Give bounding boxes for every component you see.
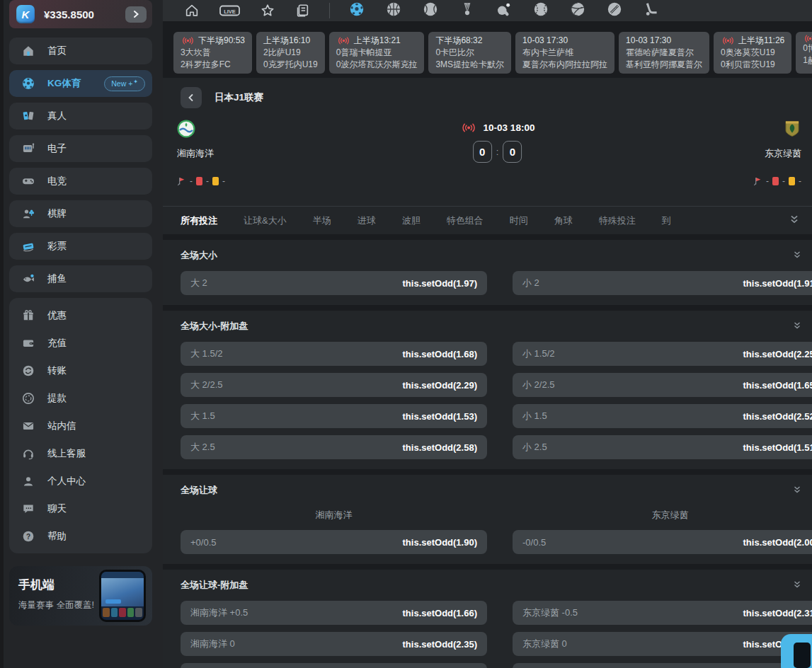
away-score: 0 bbox=[503, 141, 522, 163]
odds-value: this.setOdd(2.58) bbox=[403, 442, 477, 453]
sidebar-item-transfer[interactable]: 转账 bbox=[9, 357, 152, 384]
market-collapse-button[interactable] bbox=[793, 485, 801, 496]
market-tab[interactable]: 让球&大小 bbox=[244, 214, 287, 227]
odds-button[interactable]: 大 2/2.5this.setOdd(2.29) bbox=[181, 373, 487, 397]
match-card-away: 3MS提拉哈卡默尔 bbox=[435, 59, 504, 71]
kg-logo-letter: K bbox=[22, 8, 30, 21]
sidebar-item-soccer[interactable]: KG体育New +✦ bbox=[9, 70, 152, 97]
odds-button[interactable]: 东京绿茵 -0.5this.setOdd(2.31) bbox=[513, 601, 812, 625]
odds-value: this.setOdd(1.53) bbox=[403, 411, 477, 422]
market-tab[interactable]: 特殊投注 bbox=[599, 214, 636, 227]
sidebar-item-label: 充值 bbox=[47, 337, 67, 350]
market-tab[interactable]: 波胆 bbox=[402, 214, 421, 227]
sidebar-item-label: 线上客服 bbox=[47, 447, 86, 460]
home-team-name: 湘南海洋 bbox=[177, 147, 396, 160]
match-card[interactable]: 0博1赫 bbox=[796, 32, 812, 74]
sidebar-item-label: 捕鱼 bbox=[47, 272, 67, 285]
betslip-float-button[interactable] bbox=[781, 634, 812, 668]
sport-basketball-tab[interactable] bbox=[386, 1, 401, 20]
market-grid: 大 2this.setOdd(1.97)小 2this.setOdd(1.91) bbox=[181, 271, 801, 295]
odds-button[interactable]: 大 1.5/2this.setOdd(1.68) bbox=[181, 342, 487, 366]
away-corners: - bbox=[766, 176, 769, 186]
match-card[interactable]: 下半场68:320卡巴比尔3MS提拉哈卡默尔 bbox=[428, 32, 511, 74]
odds-label: +0/0.5 bbox=[190, 537, 217, 548]
market-tab[interactable]: 所有投注 bbox=[181, 214, 217, 227]
topbar-betlist-button[interactable] bbox=[295, 3, 310, 18]
odds-button[interactable]: 东京绿茵 0this.setOdd(1.64) bbox=[513, 632, 812, 656]
sport-tabletennis-tab[interactable] bbox=[496, 1, 512, 20]
sidebar-item-wallet[interactable]: 充值 bbox=[9, 329, 152, 357]
odds-button[interactable]: +0/0.5this.setOdd(1.90) bbox=[181, 530, 487, 554]
odds-button[interactable]: 湘南海洋 -0/0.5this.setOdd(2.75) bbox=[181, 663, 487, 668]
topbar-home-button[interactable] bbox=[184, 3, 200, 18]
market-tab[interactable]: 时间 bbox=[510, 214, 528, 227]
sidebar-item-cards[interactable]: 真人 bbox=[9, 103, 152, 129]
odds-button[interactable]: -0/0.5this.setOdd(2.00) bbox=[513, 530, 812, 554]
balance-expand-button[interactable] bbox=[125, 6, 147, 23]
odds-button[interactable]: 湘南海洋 +0.5this.setOdd(1.66) bbox=[181, 601, 487, 625]
odds-label: 大 1.5/2 bbox=[190, 347, 223, 360]
market-tab[interactable]: 进球 bbox=[358, 214, 376, 227]
sport-volleyball-tab[interactable] bbox=[570, 1, 585, 20]
odds-value: this.setOdd(1.65) bbox=[743, 380, 812, 391]
odds-button[interactable]: 大 2this.setOdd(1.97) bbox=[181, 271, 487, 295]
odds-button[interactable]: 大 2.5this.setOdd(2.58) bbox=[181, 435, 487, 459]
back-button[interactable] bbox=[181, 87, 202, 108]
odds-button[interactable]: 小 1.5/2this.setOdd(2.25) bbox=[513, 342, 812, 366]
sidebar-item-label: 聊天 bbox=[47, 502, 67, 515]
sidebar-item-mail[interactable]: 站内信 bbox=[9, 412, 152, 439]
sport-soccer-ball-tab[interactable] bbox=[349, 1, 365, 20]
match-card-time-text: 10-03 17:30 bbox=[626, 35, 671, 47]
match-card[interactable]: 10-03 17:30霍德哈萨隆夏普尔基利亚特阿挪夏普尔 bbox=[619, 32, 709, 74]
sidebar-item-chess[interactable]: 棋牌 bbox=[9, 200, 152, 227]
sport-hockey-tab[interactable] bbox=[644, 1, 659, 20]
match-card-home: 0博 bbox=[803, 42, 812, 54]
sidebar-item-withdraw[interactable]: 提款 bbox=[9, 384, 152, 412]
sidebar-item-home[interactable]: 首页 bbox=[9, 38, 152, 64]
mobile-app-promo[interactable]: 手机端 海量赛事 全面覆盖! bbox=[9, 566, 152, 626]
sidebar-item-gift[interactable]: 优惠 bbox=[9, 301, 152, 329]
market-collapse-button[interactable] bbox=[793, 580, 801, 591]
sidebar-item-help[interactable]: ?帮助 bbox=[9, 522, 152, 550]
chevron-double-down-icon bbox=[789, 214, 799, 224]
sport-tennis-tab[interactable] bbox=[423, 1, 438, 20]
tabs-expand-button[interactable] bbox=[789, 214, 799, 226]
match-card-home: 0普瑞卡帕提亚 bbox=[336, 47, 418, 59]
gift-icon bbox=[21, 309, 35, 323]
market-tab[interactable]: 角球 bbox=[554, 214, 573, 227]
sport-cricket-tab[interactable] bbox=[607, 1, 622, 20]
topbar-favorites-button[interactable] bbox=[260, 3, 275, 18]
sidebar-item-chat[interactable]: 聊天 bbox=[9, 495, 152, 522]
odds-button[interactable]: 东京绿茵 +0/0.5this.setOdd( bbox=[513, 663, 812, 668]
market-collapse-button[interactable] bbox=[793, 321, 801, 332]
market-collapse-button[interactable] bbox=[793, 250, 801, 261]
odds-button[interactable]: 小 2this.setOdd(1.91) bbox=[513, 271, 812, 295]
market-tab[interactable]: 半场 bbox=[313, 214, 331, 227]
user-icon bbox=[21, 474, 35, 488]
odds-button[interactable]: 湘南海洋 0this.setOdd(2.35) bbox=[181, 632, 487, 656]
odds-button[interactable]: 小 2.5this.setOdd(1.51) bbox=[513, 435, 812, 459]
match-card-time: 10-03 17:30 bbox=[626, 35, 702, 47]
sidebar-item-gamepad[interactable]: 电竞 bbox=[9, 168, 152, 195]
sidebar-item-fish[interactable]: 捕鱼 bbox=[9, 265, 152, 292]
match-card[interactable]: 10-03 17:30布内卡兰萨维夏普尔布内阿拉拉阿拉 bbox=[515, 32, 614, 74]
match-card[interactable]: 上半场11:260奥洛莫茨U190利贝雷茨U19 bbox=[714, 32, 791, 74]
market-tabs[interactable]: 所有投注让球&大小半场进球波胆特色组合时间角球特殊投注到 bbox=[163, 207, 812, 234]
match-card[interactable]: 上半场13:210普瑞卡帕提亚0波尔塔瓦沃尔斯克拉 bbox=[329, 32, 425, 74]
market-tab[interactable]: 特色组合 bbox=[447, 214, 484, 227]
match-card[interactable]: 下半场90:533大坎普2科罗拉多FC bbox=[173, 32, 252, 74]
sport-baseball-tab[interactable] bbox=[533, 1, 549, 20]
odds-button[interactable]: 小 1.5this.setOdd(2.52) bbox=[513, 404, 812, 428]
odds-button[interactable]: 大 1.5this.setOdd(1.53) bbox=[181, 404, 487, 428]
odds-value: this.setOdd(1.66) bbox=[403, 608, 477, 618]
sidebar-item-headset[interactable]: 线上客服 bbox=[9, 439, 152, 467]
market-tab[interactable]: 到 bbox=[662, 214, 671, 227]
sidebar-item-slot[interactable]: 电子 bbox=[9, 135, 152, 162]
topbar-live-button[interactable]: LIVE bbox=[219, 3, 241, 18]
odds-button[interactable]: 小 2/2.5this.setOdd(1.65) bbox=[513, 373, 812, 397]
match-card[interactable]: 上半场16:102比萨U190克罗托内U19 bbox=[256, 32, 325, 74]
sidebar-item-user[interactable]: 个人中心 bbox=[9, 467, 152, 495]
odds-value: this.setOdd(2.35) bbox=[403, 639, 477, 650]
sport-badminton-tab[interactable] bbox=[459, 1, 475, 20]
sidebar-item-ticket[interactable]: 彩票 bbox=[9, 233, 152, 260]
